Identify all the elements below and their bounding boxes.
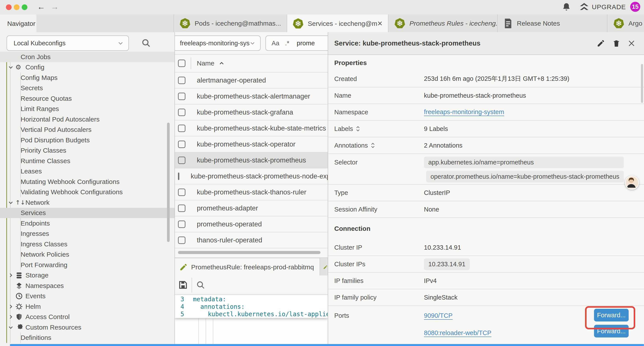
sidebar-item-priority-classes[interactable]: Priority Classes [0,145,174,156]
back-arrow-icon[interactable]: ← [37,2,45,11]
row-checkbox[interactable] [178,237,186,244]
forward-arrow-icon[interactable]: → [51,2,59,11]
row-checkbox[interactable] [178,93,186,100]
sort-updown-icon[interactable] [356,125,360,132]
sidebar-item-namespaces[interactable]: Namespaces [0,281,174,291]
notification-badge[interactable]: 15 [630,2,640,12]
tab-navigator[interactable]: Navigator [0,14,36,33]
row-checkbox[interactable] [178,125,186,132]
table-row-kube-prometheus-stack-kube-state-metrics[interactable]: kube-prometheus-stack-kube-state-metrics [175,120,328,136]
sidebar-item-services[interactable]: Services [0,208,174,218]
row-checkbox[interactable] [178,221,186,228]
namespace-selector[interactable]: freeleaps-monitoring-system [175,35,260,51]
save-icon[interactable] [178,280,188,290]
search-icon[interactable] [141,38,151,48]
sidebar-item-port-forwarding[interactable]: Port Forwarding [0,260,174,270]
sidebar-item-horizontal-pod-autoscalers[interactable]: Horizontal Pod Autoscalers [0,114,174,125]
chevron-right-icon[interactable] [8,272,15,278]
close-window-button[interactable] [6,4,12,10]
tab-prometheusrule-editor[interactable]: PrometheusRule: freeleaps-prod-rabbitmq [175,258,320,276]
minimize-window-button[interactable] [14,4,20,10]
sidebar-scrollbar[interactable] [167,123,170,242]
table-row-kube-prometheus-stack-operator[interactable]: kube-prometheus-stack-operator [175,136,328,152]
table-row-prometheus-adapter[interactable]: prometheus-adapter [175,200,328,216]
sidebar-item-config-maps[interactable]: Config Maps [0,72,174,83]
sidebar-item-network[interactable]: ↑↓Network [0,197,174,208]
name-column-header[interactable]: Name [197,59,214,67]
match-case-icon[interactable]: Aa [272,40,279,47]
yaml-editor[interactable]: 11 o", for: "nm", labels :{ service : 3 … [175,295,328,346]
sidebar-item-config[interactable]: ⚙Config [0,62,174,73]
row-checkbox[interactable] [178,189,186,196]
table-row-prometheus-operated[interactable]: prometheus-operated [175,216,328,232]
sidebar-item-helm[interactable]: Helm [0,301,174,312]
sidebar-item-cron-jobs[interactable]: Cron Jobs [0,52,174,62]
table-row-kube-prometheus-stack-thanos-ruler[interactable]: kube-prometheus-stack-thanos-ruler [175,184,328,200]
upgrade-chevrons-icon[interactable] [579,2,589,12]
sidebar-item-custom-resources[interactable]: Custom Resources [0,322,174,333]
row-checkbox[interactable] [178,109,186,116]
regex-icon[interactable]: .* [285,40,289,47]
delete-icon[interactable] [612,39,620,48]
table-row-thanos-ruler-operated[interactable]: thanos-ruler-operated [175,232,328,248]
table-row-kube-prometheus-stack-grafana[interactable]: kube-prometheus-stack-grafana [175,104,328,120]
row-checkbox[interactable] [178,157,186,164]
chevron-right-icon[interactable] [8,304,15,310]
bell-icon[interactable] [562,2,571,12]
tab-argo[interactable]: Argo Se [608,14,644,32]
filter-input[interactable]: Aa .* prome [266,35,328,51]
close-icon[interactable] [628,40,635,47]
sidebar-item-ingress-classes[interactable]: Ingress Classes [0,239,174,249]
kubernetes-icon [394,18,406,29]
chevron-right-icon[interactable] [8,314,15,320]
port-link-9090[interactable]: 9090/TCP [424,312,453,320]
sidebar-item-leases[interactable]: Leases [0,166,174,177]
port-link-8080[interactable]: 8080:reloader-web/TCP [424,329,492,337]
sidebar-item-ingresses[interactable]: Ingresses [0,229,174,239]
close-tab-icon[interactable]: ✕ [377,20,383,27]
sidebar-item-access-control[interactable]: Access Control [0,312,174,322]
tab-services[interactable]: Services - icecheng@math... ✕ [287,14,388,33]
search-icon[interactable] [196,280,205,290]
sidebar-item-network-policies[interactable]: Network Policies [0,249,174,260]
table-row-kube-prometheus-stack-alertmanager[interactable]: kube-prometheus-stack-alertmanager [175,88,328,104]
sort-ascending-icon[interactable] [218,60,225,66]
sidebar-item-runtime-classes[interactable]: Runtime Classes [0,156,174,166]
sidebar-item-events[interactable]: Events [0,291,174,302]
detail-scrollbar[interactable] [641,64,643,103]
row-checkbox[interactable] [178,141,186,148]
chevron-down-icon[interactable] [8,325,15,330]
table-row-kube-prometheus-stack-prometheus[interactable]: kube-prometheus-stack-prometheus [175,152,328,168]
table-row-kube-prometheus-stack-prometheus-node-expor[interactable]: kube-prometheus-stack-prometheus-node-ex… [175,168,328,184]
sidebar-item-secrets[interactable]: Secrets [0,83,174,93]
tab-editor-second[interactable] [320,258,328,276]
sidebar-item-definitions[interactable]: Definitions [0,333,174,343]
cluster-ip-chip: 10.233.14.91 [424,258,470,270]
upgrade-button[interactable]: UPGRADE [592,3,626,11]
select-all-checkbox[interactable] [178,59,186,67]
chevron-down-icon[interactable] [8,200,15,205]
avatar[interactable] [625,176,639,190]
table-horizontal-scrollbar[interactable] [178,251,320,254]
row-checkbox[interactable] [178,77,186,84]
sidebar-item-limit-ranges[interactable]: Limit Ranges [0,104,174,114]
namespace-link[interactable]: freeleaps-monitoring-system [424,108,504,116]
row-checkbox[interactable] [178,173,179,180]
edit-icon[interactable] [597,39,605,47]
sidebar-item-mutating-webhook-configurations[interactable]: Mutating Webhook Configurations [0,177,174,187]
maximize-window-button[interactable] [22,4,28,10]
sort-updown-icon[interactable] [370,142,375,149]
sidebar-item-validating-webhook-configurations[interactable]: Validating Webhook Configurations [0,187,174,198]
tab-pods[interactable]: Pods - icecheng@mathmas... [174,14,287,32]
sidebar-item-endpoints[interactable]: Endpoints [0,218,174,229]
table-row-alertmanager-operated[interactable]: alertmanager-operated [175,72,328,88]
row-checkbox[interactable] [178,205,186,212]
chevron-down-icon[interactable] [8,64,15,70]
kubeconfig-selector[interactable]: Local Kubeconfigs [6,35,129,51]
sidebar-item-vertical-pod-autoscalers[interactable]: Vertical Pod Autoscalers [0,125,174,135]
tab-prometheus-rules[interactable]: Prometheus Rules - icecheng... [389,14,497,32]
tab-release-notes[interactable]: Release Notes [498,14,607,32]
sidebar-item-pod-disruption-budgets[interactable]: Pod Disruption Budgets [0,135,174,145]
sidebar-item-resource-quotas[interactable]: Resource Quotas [0,93,174,104]
sidebar-item-storage[interactable]: Storage [0,270,174,281]
